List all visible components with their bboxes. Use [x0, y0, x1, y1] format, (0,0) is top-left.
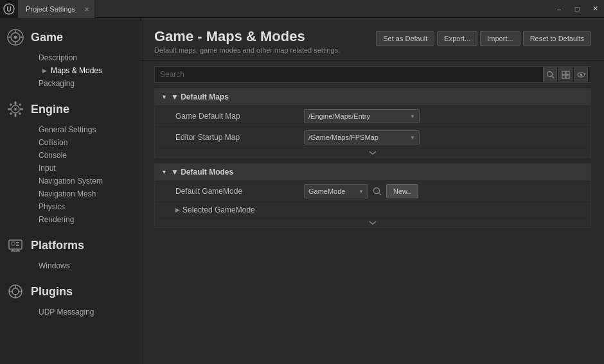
reset-defaults-button[interactable]: Reset to Defaults: [523, 31, 591, 46]
sidebar-item-navigation-system[interactable]: Navigation System: [33, 175, 141, 187]
sidebar-category-engine[interactable]: Engine: [0, 95, 141, 123]
svg-rect-19: [9, 240, 22, 249]
default-gamemode-dropdown[interactable]: GameMode ▼: [304, 184, 368, 198]
sidebar-item-collision[interactable]: Collision: [33, 136, 141, 149]
new-gamemode-button[interactable]: New..: [386, 184, 418, 198]
window-controls: – □ ✕: [550, 0, 604, 18]
svg-rect-12: [15, 114, 17, 117]
svg-point-32: [547, 71, 552, 76]
ue-logo[interactable]: U: [0, 0, 18, 18]
svg-point-39: [580, 73, 582, 76]
import-button[interactable]: Import...: [480, 31, 520, 46]
header-buttons: Set as Default Export... Import... Reset…: [376, 31, 591, 46]
sidebar-item-maps-modes[interactable]: ▶ Maps & Modes: [33, 64, 141, 77]
svg-point-4: [14, 36, 17, 39]
restore-button[interactable]: □: [568, 0, 586, 18]
default-gamemode-value: GameMode: [308, 187, 345, 195]
game-default-map-control: /Engine/Maps/Entry ▼: [304, 109, 420, 123]
default-maps-header[interactable]: ▼ ▼ Default Maps: [155, 89, 591, 106]
sidebar-section-game: Game Description ▶ Maps & Modes Packagin…: [0, 23, 141, 90]
svg-rect-16: [19, 103, 21, 106]
sidebar-item-rendering[interactable]: Rendering: [33, 213, 141, 226]
minimize-button[interactable]: –: [550, 0, 568, 18]
svg-point-10: [14, 108, 17, 110]
collision-label: Collision: [39, 138, 67, 147]
sidebar-item-navigation-mesh[interactable]: Navigation Mesh: [33, 187, 141, 200]
game-default-map-arrow-icon: ▼: [410, 114, 415, 119]
sidebar: Game Description ▶ Maps & Modes Packagin…: [0, 18, 141, 364]
editor-startup-map-control: /Game/Maps/FPSMap ▼: [304, 130, 420, 144]
selected-gamemode-row: ▶ Selected GameMode: [155, 202, 591, 218]
gamemode-search-btn[interactable]: [371, 185, 384, 198]
default-modes-header[interactable]: ▼ ▼ Default Modes: [155, 164, 591, 181]
default-maps-chevron[interactable]: [155, 148, 591, 157]
svg-rect-21: [16, 242, 19, 243]
page-title: Game - Maps & Modes: [154, 28, 340, 45]
content-title-area: Game - Maps & Modes Default maps, game m…: [154, 28, 340, 54]
project-settings-tab[interactable]: Project Settings ✕: [18, 0, 95, 18]
sidebar-section-plugins: Plugins UDP Messaging: [0, 277, 141, 318]
search-input[interactable]: [155, 70, 540, 79]
sidebar-category-plugins[interactable]: Plugins: [0, 277, 141, 306]
input-label: Input: [39, 164, 56, 173]
svg-line-41: [379, 193, 382, 196]
sidebar-item-udp-messaging[interactable]: UDP Messaging: [33, 306, 141, 318]
sidebar-category-game[interactable]: Game: [0, 23, 141, 51]
game-default-map-dropdown[interactable]: /Engine/Maps/Entry ▼: [304, 109, 420, 123]
sidebar-item-general-settings[interactable]: General Settings: [33, 123, 141, 136]
default-maps-section: ▼ ▼ Default Maps Game Default Map /Engin…: [154, 88, 591, 158]
sidebar-plugins-label: Plugins: [31, 285, 73, 299]
svg-line-33: [551, 76, 554, 78]
editor-startup-map-row: Editor Startup Map /Game/Maps/FPSMap ▼: [155, 127, 591, 148]
default-modes-chevron[interactable]: [155, 218, 591, 227]
maps-modes-arrow-icon: ▶: [42, 67, 47, 74]
svg-text:U: U: [6, 6, 11, 13]
page-subtitle: Default maps, game modes and other map r…: [154, 46, 340, 54]
sidebar-item-console[interactable]: Console: [33, 149, 141, 162]
sidebar-game-items: Description ▶ Maps & Modes Packaging: [0, 51, 141, 90]
svg-rect-15: [10, 103, 12, 106]
sidebar-item-input[interactable]: Input: [33, 162, 141, 175]
svg-rect-13: [8, 108, 11, 110]
sidebar-platforms-label: Platforms: [31, 239, 84, 252]
sidebar-item-physics[interactable]: Physics: [33, 200, 141, 213]
default-maps-collapse-icon: ▼: [161, 94, 167, 100]
editor-startup-map-value: /Game/Maps/FPSMap: [308, 134, 378, 141]
svg-rect-18: [19, 112, 21, 115]
sidebar-item-packaging[interactable]: Packaging: [33, 77, 141, 90]
tab-label: Project Settings: [26, 5, 75, 13]
search-icon-btn[interactable]: [543, 67, 557, 82]
navigation-mesh-label: Navigation Mesh: [39, 189, 96, 198]
game-icon: [5, 27, 26, 48]
export-button[interactable]: Export...: [437, 31, 477, 46]
sidebar-engine-label: Engine: [31, 103, 69, 116]
sidebar-item-description[interactable]: Description: [33, 51, 141, 64]
search-bar: [154, 66, 591, 83]
svg-rect-36: [562, 75, 565, 78]
content-area: Game - Maps & Modes Default maps, game m…: [141, 18, 604, 364]
svg-rect-17: [10, 112, 12, 115]
title-bar: U Project Settings ✕ – □ ✕: [0, 0, 604, 18]
selected-gamemode-expand-icon[interactable]: ▶: [175, 207, 180, 213]
default-gamemode-arrow-icon: ▼: [359, 189, 364, 195]
tab-close-icon[interactable]: ✕: [84, 5, 89, 12]
set-default-button[interactable]: Set as Default: [376, 31, 434, 46]
sidebar-platforms-items: Windows: [0, 259, 141, 272]
editor-startup-map-dropdown[interactable]: /Game/Maps/FPSMap ▼: [304, 130, 420, 144]
description-label: Description: [39, 53, 77, 62]
sidebar-category-platforms[interactable]: Platforms: [0, 231, 141, 259]
svg-point-27: [12, 288, 19, 295]
eye-icon-btn[interactable]: [574, 67, 588, 82]
close-button[interactable]: ✕: [586, 0, 604, 18]
title-bar-left: U Project Settings ✕: [0, 0, 95, 18]
sidebar-section-engine: Engine General Settings Collision Consol…: [0, 95, 141, 226]
game-default-map-row: Game Default Map /Engine/Maps/Entry ▼: [155, 106, 591, 127]
view-toggle-icon-btn[interactable]: [558, 67, 573, 82]
physics-label: Physics: [39, 202, 65, 211]
sidebar-item-windows[interactable]: Windows: [33, 259, 141, 272]
packaging-label: Packaging: [39, 79, 75, 88]
svg-rect-14: [20, 108, 23, 110]
default-modes-title: ▼ Default Modes: [171, 168, 233, 177]
selected-gamemode-label: ▶ Selected GameMode: [175, 205, 304, 214]
svg-point-40: [374, 188, 380, 194]
